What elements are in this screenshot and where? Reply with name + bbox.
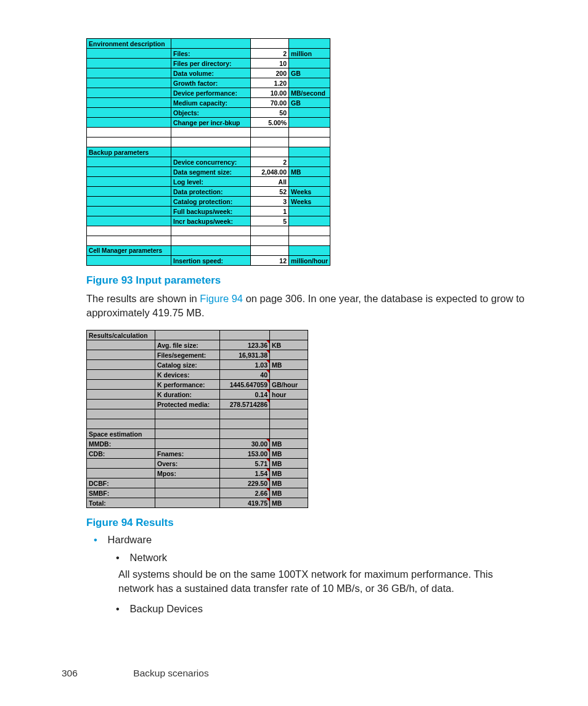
section-header: Results/calculation <box>87 330 155 340</box>
list-item: Network All systems should be on the sam… <box>118 552 526 596</box>
section-header: Space estimation <box>87 429 155 439</box>
figure-94-link[interactable]: Figure 94 <box>200 293 243 304</box>
results-table: Results/calculation Avg. file size:123.3… <box>86 330 308 508</box>
footer-title: Backup scenarios <box>133 668 208 678</box>
section-header: Cell Manager parameters <box>87 246 171 256</box>
input-parameters-table: Environment description Files:2million F… <box>86 38 330 266</box>
figure-93-caption: Figure 93 Input parameters <box>86 274 526 287</box>
paragraph: The results are shown in Figure 94 on pa… <box>86 292 526 320</box>
figure-94-caption: Figure 94 Results <box>86 517 526 529</box>
section-header: Backup parameters <box>87 147 171 157</box>
list-item: Hardware Network All systems should be o… <box>95 534 526 615</box>
section-header: Environment description <box>87 39 171 49</box>
list-item: Backup Devices <box>118 603 526 615</box>
bullet-list: Hardware Network All systems should be o… <box>86 534 526 615</box>
page-footer: 306 Backup scenarios <box>62 668 209 679</box>
page-number: 306 <box>62 668 131 679</box>
